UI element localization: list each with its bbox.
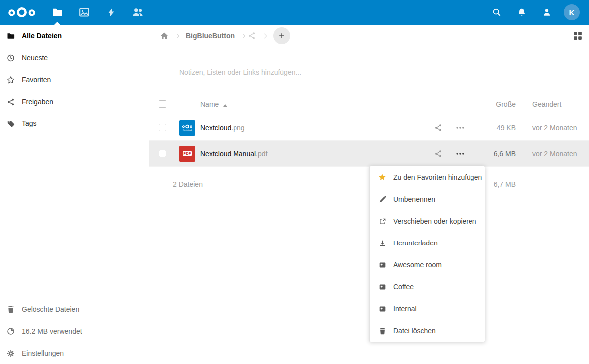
folder-icon [52,7,63,18]
breadcrumb-folder[interactable]: BigBlueButton [186,32,235,40]
select-all-checkbox[interactable] [159,100,166,108]
topbar-right-actions: K [478,4,589,20]
menu-item-add-to-favorites[interactable]: Zu den Favoriten hinzufügen [370,166,485,188]
chevron-right-icon [241,33,246,38]
thumbnail-text: Nextcloud [183,129,192,131]
chevron-right-icon [262,33,267,38]
row-checkbox[interactable] [159,150,166,157]
column-header-modified[interactable]: Geändert [516,100,589,108]
thumb-spacer [179,96,195,112]
clock-icon [7,54,15,62]
menu-item-coffee[interactable]: Coffee [370,276,485,298]
file-row-nextcloud-manual-pdf[interactable]: PDF Nextcloud Manual.pdf 6,6 MB vor 2 Mo… [149,141,589,167]
file-extension: .pdf [256,150,267,158]
share-icon [7,98,15,106]
sidebar-item-all-files[interactable]: Alle Dateien [0,25,149,47]
sort-ascending-icon [223,104,227,107]
top-bar: K [0,0,589,25]
star-icon [7,76,15,84]
menu-item-internal[interactable]: Internal [370,298,485,320]
pdf-thumbnail: PDF [179,146,195,162]
sidebar-item-tags[interactable]: Tags [0,113,149,134]
sidebar-item-recent[interactable]: Neueste [0,47,149,69]
sidebar-item-label: Neueste [22,54,48,62]
sidebar-item-shares[interactable]: Freigaben [0,91,149,113]
menu-item-move-or-copy[interactable]: Verschieben oder kopieren [370,210,485,232]
folder-icon [7,32,15,40]
menu-item-label: Coffee [393,283,414,291]
share-button[interactable] [427,124,449,132]
menu-item-rename[interactable]: Umbenennen [370,188,485,210]
nextcloud-logo-icon[interactable] [0,7,44,18]
sidebar-footer: Gelöschte Dateien 16.2 MB verwendet Eins… [0,298,149,364]
file-name: Nextcloud Manual.pdf [200,150,427,158]
file-size: 6,6 MB [471,150,516,158]
quota-icon [7,327,15,335]
user-avatar[interactable]: K [564,4,580,20]
menu-item-label: Awesome room [393,261,442,269]
app-navigation [44,0,151,25]
app-contacts-button[interactable] [124,0,151,25]
sidebar-item-quota[interactable]: 16.2 MB verwendet [0,320,149,342]
star-icon [378,173,386,181]
active-app-marker [54,22,60,25]
sidebar-item-label: Tags [22,120,37,127]
contacts-icon [132,7,143,18]
add-new-button[interactable] [273,27,290,44]
file-basename: Nextcloud Manual [200,150,256,158]
image-thumbnail: Nextcloud [179,120,195,136]
breadcrumb-share-icon[interactable] [248,32,256,40]
file-count: 2 Dateien [173,180,203,188]
trash-icon [378,327,386,335]
files-sidebar: Alle Dateien Neueste Favoriten Freigaben… [0,25,149,364]
home-icon[interactable] [160,32,168,40]
trash-icon [7,305,15,313]
sidebar-item-settings[interactable]: Einstellungen [0,342,149,364]
row-checkbox[interactable] [159,124,166,131]
menu-item-label: Internal [393,305,417,313]
room-icon [378,283,386,291]
more-actions-button[interactable] [449,149,471,158]
grid-view-toggle-icon[interactable] [573,31,582,40]
sidebar-item-label: Freigaben [22,98,53,106]
app-activity-button[interactable] [98,0,124,25]
column-header-size[interactable]: Größe [471,100,516,108]
menu-item-label: Herunterladen [393,239,438,247]
menu-item-download[interactable]: Herunterladen [370,232,485,254]
gear-icon [7,349,15,357]
sidebar-item-favorites[interactable]: Favoriten [0,69,149,91]
files-main: BigBlueButton Notizen, Listen oder Links… [149,25,589,364]
file-modified: vor 2 Monaten [516,150,589,158]
search-icon[interactable] [491,6,503,18]
sidebar-item-label: Gelöschte Dateien [22,305,79,313]
more-actions-button[interactable] [449,123,471,132]
app-files-button[interactable] [44,0,71,25]
menu-item-label: Zu den Favoriten hinzufügen [393,173,482,181]
file-row-nextcloud-png[interactable]: Nextcloud Nextcloud.png 49 KB vor 2 Mona… [149,115,589,141]
app-photos-button[interactable] [71,0,98,25]
sidebar-item-label: Alle Dateien [22,32,62,40]
share-button[interactable] [427,150,449,158]
menu-item-awesome-room[interactable]: Awesome room [370,254,485,276]
photos-icon [79,7,90,18]
file-modified: vor 2 Monaten [516,124,589,132]
room-icon [378,305,386,313]
menu-item-label: Datei löschen [393,327,436,335]
breadcrumb: BigBlueButton [149,25,589,47]
bell-icon[interactable] [516,6,528,18]
sidebar-item-deleted-files[interactable]: Gelöschte Dateien [0,298,149,320]
sidebar-item-label: Einstellungen [22,349,64,357]
sidebar-item-label: Favoriten [22,76,51,84]
chevron-right-icon [175,33,180,38]
file-extension: .png [231,124,244,132]
menu-item-label: Umbenennen [393,195,435,203]
sidebar-item-label: 16.2 MB verwendet [22,327,82,335]
workspace-notes-input[interactable]: Notizen, Listen oder Links hinzufügen... [179,68,589,78]
room-icon [378,261,386,269]
download-icon [378,239,386,247]
contacts-menu-icon[interactable] [541,6,553,18]
tag-icon [7,120,15,127]
menu-item-delete-file[interactable]: Datei löschen [370,320,485,342]
column-header-name-label: Name [200,100,219,108]
column-header-name[interactable]: Name [200,100,427,108]
